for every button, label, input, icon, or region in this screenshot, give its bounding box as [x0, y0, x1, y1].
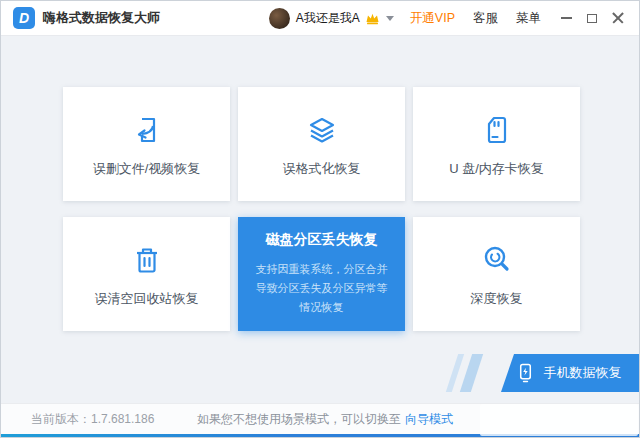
app-title: 嗨格式数据恢复大师	[43, 9, 160, 27]
version-text: 当前版本：1.7.681.186	[31, 411, 154, 428]
maximize-button[interactable]	[579, 5, 605, 31]
close-button[interactable]	[605, 5, 631, 31]
minimize-icon	[561, 17, 572, 19]
card-label: 误清空回收站恢复	[95, 290, 199, 308]
window-controls	[553, 5, 631, 31]
card-label: U 盘/内存卡恢复	[449, 160, 544, 178]
layers-icon	[303, 111, 341, 149]
card-recycle-bin-recovery[interactable]: 误清空回收站恢复	[63, 217, 230, 331]
version-label: 当前版本：	[31, 412, 91, 426]
wizard-mode-link[interactable]: 向导模式	[405, 412, 453, 426]
app-window: D 嗨格式数据恢复大师 A我还是我A 开通VIP 客服 菜单	[0, 0, 640, 438]
open-vip-button[interactable]: 开通VIP	[410, 10, 455, 27]
sd-card-icon	[478, 111, 516, 149]
card-deep-recovery[interactable]: 深度恢复	[413, 217, 580, 331]
user-account[interactable]: A我还是我A	[269, 8, 394, 29]
card-deleted-file-recovery[interactable]: 误删文件/视频恢复	[63, 87, 230, 201]
menu-button[interactable]: 菜单	[516, 10, 541, 27]
deep-scan-icon	[478, 241, 516, 279]
phone-data-recovery-button[interactable]: 手机数据恢复	[497, 354, 639, 392]
card-title: 磁盘分区丢失恢复	[266, 231, 378, 249]
crown-icon	[365, 12, 380, 25]
main-content: 误删文件/视频恢复 误格式化恢复 U 盘/内存卡恢复	[1, 36, 639, 404]
file-restore-icon	[128, 111, 166, 149]
trash-icon	[128, 241, 166, 279]
username: A我还是我A	[296, 10, 360, 27]
minimize-button[interactable]	[553, 5, 579, 31]
app-logo-icon: D	[13, 7, 35, 29]
card-format-recovery[interactable]: 误格式化恢复	[238, 87, 405, 201]
ribbon-label: 手机数据恢复	[544, 364, 622, 382]
phone-icon	[515, 362, 536, 384]
watermark-overlay	[480, 404, 638, 436]
title-bar: D 嗨格式数据恢复大师 A我还是我A 开通VIP 客服 菜单	[1, 1, 639, 36]
card-label: 误删文件/视频恢复	[93, 160, 201, 178]
card-partition-loss-recovery[interactable]: 磁盘分区丢失恢复 支持因重装系统，分区合并导致分区丢失及分区异常等情况恢复	[238, 217, 405, 331]
hint-text: 如果您不想使用场景模式，可以切换至	[197, 412, 401, 426]
card-description: 支持因重装系统，分区合并导致分区丢失及分区异常等情况恢复	[238, 260, 405, 317]
titlebar-right: A我还是我A 开通VIP 客服 菜单	[269, 5, 631, 31]
close-icon	[612, 12, 624, 24]
customer-service-button[interactable]: 客服	[473, 10, 498, 27]
avatar[interactable]	[269, 8, 290, 29]
card-usb-sdcard-recovery[interactable]: U 盘/内存卡恢复	[413, 87, 580, 201]
version-number: 1.7.681.186	[91, 412, 154, 426]
ribbon-stripe-decoration	[460, 354, 483, 392]
mode-hint: 如果您不想使用场景模式，可以切换至向导模式	[197, 411, 453, 428]
card-label: 深度恢复	[471, 290, 523, 308]
chevron-down-icon[interactable]	[386, 16, 394, 21]
maximize-icon	[587, 14, 597, 23]
card-label: 误格式化恢复	[283, 160, 361, 178]
